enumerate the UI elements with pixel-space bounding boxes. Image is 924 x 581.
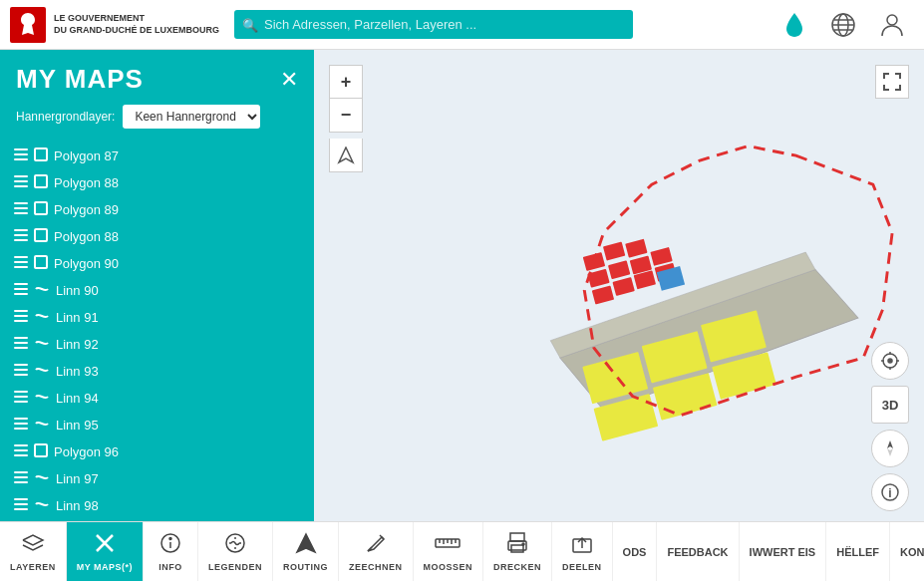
svg-point-81: [888, 359, 892, 363]
toolbar-item-mymaps[interactable]: MY MAPS(*): [67, 522, 144, 581]
toolbar-item-deelen[interactable]: DEELEN: [552, 522, 613, 581]
list-item[interactable]: Linn 97: [0, 465, 314, 492]
toolbar-text-feedback[interactable]: FEEDBACK: [657, 522, 739, 581]
drag-handle-icon: [14, 418, 28, 433]
toolbar-item-legenden[interactable]: LEGENDEN: [198, 522, 273, 581]
search-input[interactable]: [234, 10, 633, 39]
sidebar-close-button[interactable]: ✕: [280, 67, 298, 93]
drag-handle-icon: [14, 498, 28, 513]
water-icon-button[interactable]: [772, 3, 816, 47]
list-item[interactable]: Polygon 96: [0, 438, 314, 465]
svg-rect-25: [35, 256, 47, 268]
list-item[interactable]: Linn 99: [0, 519, 314, 521]
info-button[interactable]: i: [871, 473, 909, 511]
sidebar-header: MY MAPS ✕: [0, 50, 314, 105]
toolbar-text-iwwert-eis[interactable]: IWWERT EIS: [740, 522, 827, 581]
logo-text: LE GOUVERNEMENT DU GRAND-DUCHÉ DE LUXEMB…: [54, 13, 219, 36]
drag-handle-icon: [14, 148, 28, 163]
item-label: Linn 91: [56, 310, 99, 325]
svg-rect-39: [14, 396, 28, 398]
list-item[interactable]: Linn 92: [0, 331, 314, 358]
svg-rect-111: [511, 545, 523, 552]
drag-handle-icon: [14, 175, 28, 190]
toolbar-label-zeechnen: ZEECHNEN: [349, 562, 403, 572]
polygon-icon: [34, 201, 48, 218]
svg-marker-79: [339, 147, 353, 162]
list-item[interactable]: Linn 93: [0, 358, 314, 385]
drag-handle-icon: [14, 283, 28, 298]
toolbar-label-routing: RoutINg: [283, 562, 328, 572]
svg-rect-6: [14, 148, 28, 150]
compass-button[interactable]: [871, 430, 909, 467]
zoom-in-button[interactable]: +: [329, 65, 363, 99]
toolbar-item-moossen[interactable]: MOOSSEN: [414, 522, 484, 581]
location-button[interactable]: [329, 139, 363, 172]
svg-rect-32: [14, 337, 28, 339]
svg-rect-17: [35, 202, 47, 214]
map-svg: [314, 50, 924, 521]
toolbar-label-layeren: LAYEREN: [10, 562, 56, 572]
main: MY MAPS ✕ Hannergrondlayer: Keen Hannerg…: [0, 50, 924, 521]
list-item[interactable]: Linn 95: [0, 412, 314, 438]
line-icon: [34, 390, 50, 407]
svg-rect-38: [14, 391, 28, 393]
fullscreen-button[interactable]: [875, 65, 909, 99]
list-item[interactable]: Linn 98: [0, 492, 314, 519]
svg-point-5: [887, 15, 897, 25]
globe-icon-button[interactable]: [821, 3, 865, 47]
item-label: Linn 92: [56, 337, 99, 352]
list-item[interactable]: Polygon 87: [0, 143, 314, 169]
svg-rect-28: [14, 293, 28, 295]
svg-rect-47: [35, 444, 47, 456]
line-icon: [34, 417, 50, 434]
svg-rect-21: [35, 229, 47, 241]
threed-button[interactable]: 3D: [871, 386, 909, 424]
list-item[interactable]: Polygon 88: [0, 223, 314, 250]
search-bar[interactable]: 🔍: [234, 10, 633, 39]
toolbar-label-moossen: MOOSSEN: [424, 562, 473, 572]
search-icon: 🔍: [242, 17, 258, 32]
svg-rect-49: [14, 476, 28, 478]
sidebar-bg-dropdown[interactable]: Keen Hannergrond: [123, 105, 260, 129]
toolbar-label-drecken: DRECKEN: [493, 562, 541, 572]
polygon-icon: [34, 255, 48, 272]
list-item[interactable]: Linn 90: [0, 277, 314, 304]
svg-rect-26: [14, 283, 28, 285]
drag-handle-icon: [14, 364, 28, 379]
svg-rect-33: [14, 342, 28, 344]
list-item[interactable]: Linn 91: [0, 304, 314, 331]
sidebar-bg-select: Hannergrondlayer: Keen Hannergrond: [0, 105, 314, 139]
sidebar-title: MY MAPS: [16, 64, 144, 95]
toolbar-text-ods[interactable]: ODS: [613, 522, 658, 581]
toolbar-item-info[interactable]: INFO: [144, 522, 198, 581]
toolbar-text-hellef[interactable]: HËLLEF: [826, 522, 890, 581]
zoom-out-button[interactable]: −: [329, 99, 363, 133]
svg-rect-9: [35, 148, 47, 160]
item-label: Polygon 96: [54, 444, 119, 459]
sidebar-list[interactable]: Polygon 87 Polygon 88 Polygon 89 Polygon…: [0, 139, 314, 521]
list-item[interactable]: Polygon 89: [0, 196, 314, 223]
toolbar-item-zeechnen[interactable]: ZEECHNEN: [339, 522, 414, 581]
list-item[interactable]: Polygon 90: [0, 250, 314, 277]
toolbar-text-kontakt[interactable]: KONTAKT: [890, 522, 924, 581]
svg-marker-87: [887, 448, 893, 456]
header-icons: [772, 3, 914, 47]
gps-button[interactable]: [871, 342, 909, 380]
list-item[interactable]: Linn 94: [0, 385, 314, 412]
map-area[interactable]: + −: [314, 50, 924, 521]
item-label: Polygon 88: [54, 175, 119, 190]
toolbar-item-drecken[interactable]: DRECKEN: [483, 522, 552, 581]
svg-rect-43: [14, 428, 28, 430]
routing-icon: [295, 532, 317, 559]
info-toolbar-icon: [159, 532, 181, 559]
svg-rect-36: [14, 369, 28, 371]
item-label: Linn 93: [56, 364, 99, 379]
toolbar-item-layeren[interactable]: LAYEREN: [0, 522, 67, 581]
svg-rect-35: [14, 364, 28, 366]
svg-rect-23: [14, 261, 28, 263]
toolbar-item-routing[interactable]: RoutINg: [273, 522, 339, 581]
svg-point-94: [169, 537, 171, 539]
user-icon-button[interactable]: [870, 3, 914, 47]
list-item[interactable]: Polygon 88: [0, 169, 314, 196]
drag-handle-icon: [14, 471, 28, 486]
